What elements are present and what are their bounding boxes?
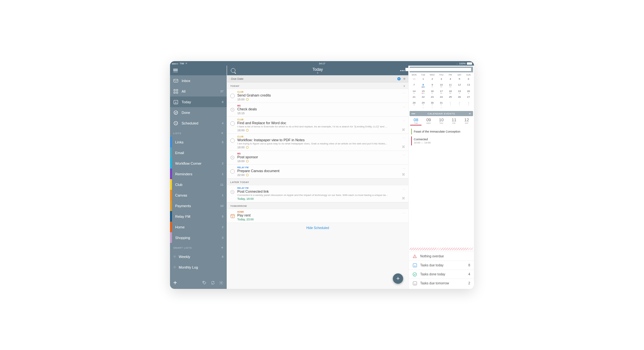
week-day[interactable]: 10THU xyxy=(435,117,448,125)
calendar-day[interactable]: 5 xyxy=(455,77,464,82)
calendar-day[interactable]: 31 xyxy=(437,100,446,106)
list-payments[interactable]: Payments10 xyxy=(170,200,227,211)
sidebar-inbox[interactable]: Inbox xyxy=(170,75,227,86)
task-row[interactable]: CLUB Send Graham credits 15:00 ⋯ xyxy=(227,89,408,103)
task-menu-icon[interactable]: ⋯ xyxy=(403,212,405,215)
tag-icon[interactable] xyxy=(202,281,207,285)
add-task-fab[interactable]: + xyxy=(393,273,403,284)
calendar-day[interactable]: 1 xyxy=(419,77,428,82)
list-email[interactable]: Email xyxy=(170,147,227,158)
calendar-day[interactable]: 12 xyxy=(455,82,464,89)
task-row[interactable]: 9 HOME Pay rent Today, 23:00 ⋯ xyxy=(227,209,408,223)
calendar-day[interactable]: 30 xyxy=(428,100,437,106)
list-canvas[interactable]: Canvas1 xyxy=(170,190,227,200)
task-row[interactable]: RELAY FM Post Connected link Connected i… xyxy=(227,185,408,202)
task-menu-icon[interactable]: ⋯ xyxy=(403,188,405,191)
summary-today[interactable]: 8Tasks due today8 xyxy=(409,261,474,270)
smartlist-monthly-log[interactable]: Monthly Log xyxy=(170,262,227,272)
calendar-day[interactable]: 28 xyxy=(410,100,419,106)
list-relay-fm[interactable]: Relay FM5 xyxy=(170,211,227,222)
task-menu-icon[interactable]: ⋯ xyxy=(403,119,405,122)
calendar-day[interactable]: 30 xyxy=(410,77,419,82)
calendar-day[interactable]: 15 xyxy=(419,89,428,95)
more-icon[interactable] xyxy=(400,70,404,71)
hide-scheduled-button[interactable]: Hide Scheduled xyxy=(227,223,408,233)
calendar-day[interactable]: 22 xyxy=(419,95,428,100)
sort-bar[interactable]: ↓ Due Date 6 ✲ xyxy=(227,75,408,82)
task-checkbox[interactable] xyxy=(230,121,235,126)
calendar-day[interactable]: 10 xyxy=(437,82,446,89)
calendar-day[interactable]: 14 xyxy=(410,89,419,95)
calendar-day[interactable] xyxy=(419,106,428,109)
menu-icon[interactable] xyxy=(173,69,178,72)
week-day[interactable]: 08TUE xyxy=(410,117,422,125)
task-menu-icon[interactable]: ⋯ xyxy=(403,153,405,156)
calendar-day[interactable] xyxy=(464,106,473,109)
settings-icon[interactable] xyxy=(219,281,223,285)
calendar-day[interactable] xyxy=(455,106,464,109)
week-day[interactable]: 12SAT xyxy=(460,117,473,125)
search-icon[interactable] xyxy=(231,68,235,73)
task-row[interactable]: RELAY FM Prepare Canvas document 22:00 ⋯… xyxy=(227,165,408,179)
calendar-day[interactable]: 16 xyxy=(428,89,437,95)
calendar-day[interactable]: 21 xyxy=(410,95,419,100)
events-menu-button[interactable]: ••• xyxy=(412,112,415,115)
filter-badge[interactable]: 6 xyxy=(397,77,401,80)
calendar-day[interactable]: 13 xyxy=(464,82,473,89)
summary-warning[interactable]: Nothing overdue xyxy=(409,252,474,261)
calendar-day[interactable]: 3 xyxy=(437,77,446,82)
calendar-day[interactable]: 3 xyxy=(464,100,473,106)
sidebar-all[interactable]: All37 xyxy=(170,86,227,97)
calendar-day[interactable]: 8 xyxy=(419,82,428,89)
add-event-button[interactable]: + xyxy=(469,112,471,115)
calendar-day[interactable]: 6 xyxy=(464,77,473,82)
list-links[interactable]: Links5 xyxy=(170,137,227,147)
list-club[interactable]: Club11 xyxy=(170,179,227,190)
settings-small-icon[interactable]: ✲ xyxy=(403,77,406,80)
task-menu-icon[interactable]: ⋯ xyxy=(403,92,405,95)
calendar-day[interactable]: 7 xyxy=(410,82,419,89)
calendar-day[interactable] xyxy=(446,106,455,109)
task-row[interactable]: MS Post sponsor 18:00 ⋯ xyxy=(227,151,408,165)
task-checkbox[interactable] xyxy=(230,94,235,98)
calendar-day[interactable] xyxy=(410,106,419,109)
next-month-button[interactable]: › xyxy=(405,68,471,71)
calendar-day[interactable]: 27 xyxy=(464,95,473,100)
calendar-day[interactable]: 20 xyxy=(464,89,473,95)
task-menu-icon[interactable]: ⋯ xyxy=(403,136,405,139)
calendar-day[interactable]: 17 xyxy=(437,89,446,95)
new-task-button[interactable]: + xyxy=(173,279,177,287)
task-menu-icon[interactable]: ⋯ xyxy=(403,106,405,108)
calendar-day[interactable]: 29 xyxy=(419,100,428,106)
summary-tomorrow[interactable]: 9Tasks due tomorrow2 xyxy=(409,279,474,288)
event-item[interactable]: Feast of the Immaculate Conception xyxy=(411,129,471,134)
week-day[interactable]: 09WED xyxy=(422,117,435,125)
calendar-day[interactable]: 2 xyxy=(455,100,464,106)
sidebar-done[interactable]: Done xyxy=(170,107,227,118)
calendar-day[interactable]: 11 xyxy=(446,82,455,89)
task-row[interactable]: CLUB Find and Replace for Word doc I hav… xyxy=(227,117,408,134)
calendar-day[interactable]: 9 xyxy=(428,82,437,89)
sync-icon[interactable] xyxy=(211,281,215,285)
summary-done[interactable]: Tasks done today4 xyxy=(409,270,474,279)
calendar-day[interactable]: 23 xyxy=(428,95,437,100)
task-checkbox[interactable] xyxy=(230,138,235,143)
calendar-day[interactable]: 26 xyxy=(455,95,464,100)
task-menu-icon[interactable]: ⋯ xyxy=(403,167,405,170)
sidebar-scheduled[interactable]: Scheduled4 xyxy=(170,118,227,128)
week-day[interactable]: 11FRI xyxy=(448,117,460,125)
smartlist-weekly[interactable]: Weekly6 xyxy=(170,251,227,262)
task-checkbox[interactable] xyxy=(230,169,235,174)
calendar-day[interactable]: 4 xyxy=(446,77,455,82)
calendar-day[interactable]: 2 xyxy=(428,77,437,82)
calendar-day[interactable] xyxy=(428,106,437,109)
calendar-day[interactable]: 19 xyxy=(455,89,464,95)
list-shopping[interactable]: Shopping3 xyxy=(170,232,227,243)
list-home[interactable]: Home2 xyxy=(170,222,227,232)
calendar-day[interactable]: 25 xyxy=(446,95,455,100)
add-list-button[interactable]: + xyxy=(221,131,223,135)
event-item[interactable]: Connected16:00 — 18:00 xyxy=(411,136,471,145)
sidebar-today[interactable]: 8Today8 xyxy=(170,97,227,107)
list-reminders[interactable]: Reminders1 xyxy=(170,169,227,179)
calendar-day[interactable]: 18 xyxy=(446,89,455,95)
